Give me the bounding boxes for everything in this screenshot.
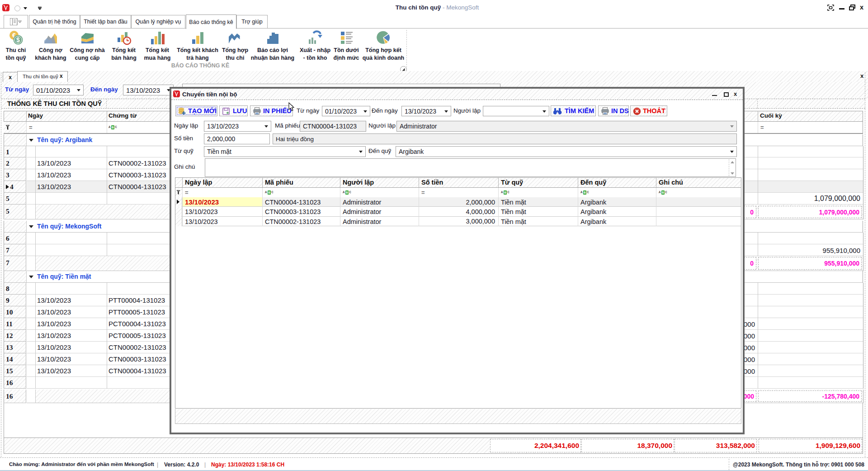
svg-text:$: $ [16,36,20,43]
svg-text:ID: ID [557,112,559,115]
